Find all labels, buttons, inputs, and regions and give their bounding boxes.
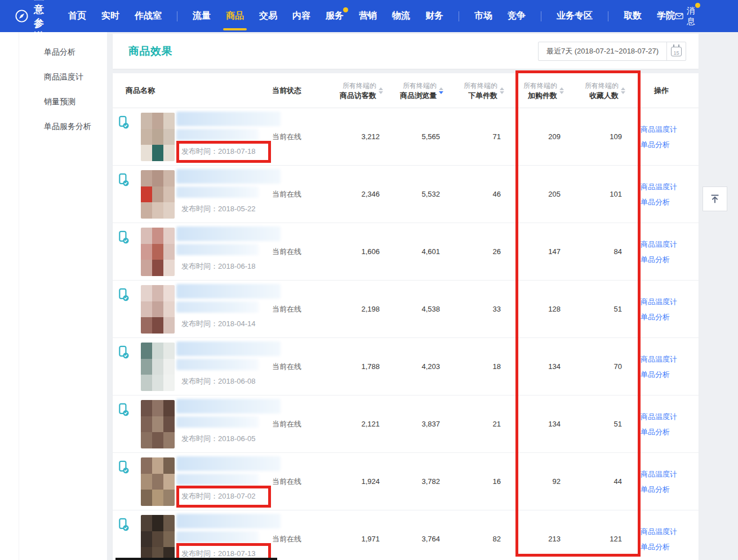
message-button[interactable]: 消息 <box>675 6 695 27</box>
product-image[interactable] <box>141 343 175 391</box>
publish-date: 发布时间：2018-06-08 <box>181 376 256 386</box>
action-link[interactable]: 单品分析 <box>641 369 677 379</box>
sidebar-item[interactable]: 单品服务分析 <box>19 114 107 139</box>
row-actions: 商品温度计单品分析 <box>641 469 677 494</box>
sort-asc-icon[interactable] <box>621 87 625 90</box>
action-link[interactable]: 单品分析 <box>641 254 677 264</box>
sort-desc-icon[interactable] <box>621 91 625 94</box>
sort-asc-icon[interactable] <box>439 87 443 90</box>
metric-value: 2,121 <box>323 395 380 452</box>
product-image[interactable] <box>141 457 175 506</box>
nav-item[interactable]: 首页 <box>68 10 86 22</box>
product-title-blurred[interactable] <box>176 456 281 485</box>
image-pixel <box>152 400 163 416</box>
title-line-blurred <box>176 359 259 370</box>
action-link[interactable]: 单品分析 <box>641 426 677 437</box>
image-pixel <box>152 317 163 334</box>
metric-header-text: 所有终端的商品浏览量 <box>400 81 444 100</box>
brand[interactable]: 生意参谋 <box>15 0 50 43</box>
product-title-blurred[interactable] <box>176 341 281 370</box>
nav-item[interactable]: 财务 <box>425 10 443 22</box>
metric-value: 134 <box>504 395 561 452</box>
status-cell: 当前在线 <box>272 510 323 560</box>
action-link[interactable]: 单品分析 <box>641 541 677 552</box>
metric-value: 3,764 <box>384 510 440 560</box>
product-image[interactable] <box>141 228 175 276</box>
title-line-blurred <box>176 341 281 356</box>
title-line-blurred <box>176 399 281 414</box>
nav-item[interactable]: 作战室 <box>135 10 162 22</box>
nav-item[interactable]: 交易 <box>259 10 277 22</box>
sort-asc-icon[interactable] <box>559 87 564 90</box>
action-link[interactable]: 商品温度计 <box>641 354 677 364</box>
action-link[interactable]: 商品温度计 <box>641 411 677 421</box>
nav-item[interactable]: 市场 <box>474 10 492 22</box>
sort-arrows[interactable] <box>621 87 625 94</box>
nav-item[interactable]: 业务专区 <box>557 10 593 22</box>
action-link[interactable]: 单品分析 <box>641 197 677 207</box>
title-line-blurred <box>176 226 281 241</box>
image-pixel <box>163 145 175 161</box>
nav-item[interactable]: 营销 <box>359 10 377 22</box>
nav-item[interactable]: 内容 <box>292 10 310 22</box>
sidebar-item[interactable]: 商品温度计 <box>19 64 107 89</box>
sort-desc-icon[interactable] <box>439 91 443 94</box>
nav-item[interactable]: 学院 <box>657 10 675 22</box>
product-title-blurred[interactable] <box>176 226 281 255</box>
nav-item[interactable]: 商品 <box>226 10 244 22</box>
metric-value: 26 <box>444 223 501 280</box>
image-pixel <box>163 432 175 448</box>
metric-value: 4,203 <box>384 338 440 395</box>
metric-value: 3,212 <box>323 108 380 165</box>
action-link[interactable]: 商品温度计 <box>641 296 677 306</box>
image-pixel <box>141 432 152 448</box>
metric-column-header: 所有终端的商品浏览量 <box>383 73 444 108</box>
metric-value: 18 <box>444 338 501 395</box>
date-range-picker[interactable]: 最近7天 (2018-07-21~2018-07-27) 15 <box>538 42 686 61</box>
metric-value: 16 <box>444 453 501 510</box>
image-pixel <box>163 244 175 260</box>
metric-value: 147 <box>504 223 561 280</box>
metric-column-header: 所有终端的下单件数 <box>443 73 505 108</box>
sort-arrows[interactable] <box>439 87 443 94</box>
sidebar-item[interactable]: 销量预测 <box>19 89 107 114</box>
nav-item[interactable]: 取数 <box>624 10 642 22</box>
product-title-blurred[interactable] <box>176 112 281 140</box>
sort-arrows[interactable] <box>559 87 564 94</box>
nav-item[interactable]: 实时 <box>101 10 119 22</box>
action-link[interactable]: 单品分析 <box>641 484 677 494</box>
action-link[interactable]: 商品温度计 <box>641 239 677 249</box>
image-pixel <box>141 343 152 359</box>
nav-item[interactable]: 竞争 <box>508 10 526 22</box>
action-link[interactable]: 单品分析 <box>641 139 677 149</box>
product-title-blurred[interactable] <box>176 514 281 543</box>
status-cell: 当前在线 <box>272 166 323 223</box>
image-pixel <box>141 170 152 186</box>
sort-desc-icon[interactable] <box>559 91 564 94</box>
image-pixel <box>152 244 163 260</box>
metric-value: 1,788 <box>323 338 380 395</box>
product-image[interactable] <box>141 170 175 219</box>
sidebar-item[interactable]: 单品分析 <box>19 39 107 64</box>
nav-item[interactable]: 服务 <box>326 10 344 22</box>
product-title-blurred[interactable] <box>176 284 281 313</box>
action-link[interactable]: 单品分析 <box>641 312 677 322</box>
action-link[interactable]: 商品温度计 <box>641 469 677 479</box>
product-image[interactable] <box>141 113 175 161</box>
product-image[interactable] <box>141 400 175 448</box>
back-to-top-button[interactable] <box>703 186 727 211</box>
metric-value: 205 <box>504 166 561 223</box>
action-link[interactable]: 商品温度计 <box>641 526 677 536</box>
nav-item[interactable]: 物流 <box>392 10 410 22</box>
image-pixel <box>141 531 152 548</box>
nav-item[interactable]: 流量 <box>193 10 211 22</box>
action-link[interactable]: 商品温度计 <box>641 181 677 192</box>
product-image[interactable] <box>141 285 175 334</box>
calendar-button[interactable]: 15 <box>667 42 686 60</box>
product-image[interactable] <box>141 515 175 560</box>
publish-date: 发布时间：2018-06-05 <box>181 434 256 444</box>
product-title-blurred[interactable] <box>176 399 281 428</box>
product-title-blurred[interactable] <box>176 169 281 198</box>
image-pixel <box>152 129 163 145</box>
action-link[interactable]: 商品温度计 <box>641 124 677 134</box>
